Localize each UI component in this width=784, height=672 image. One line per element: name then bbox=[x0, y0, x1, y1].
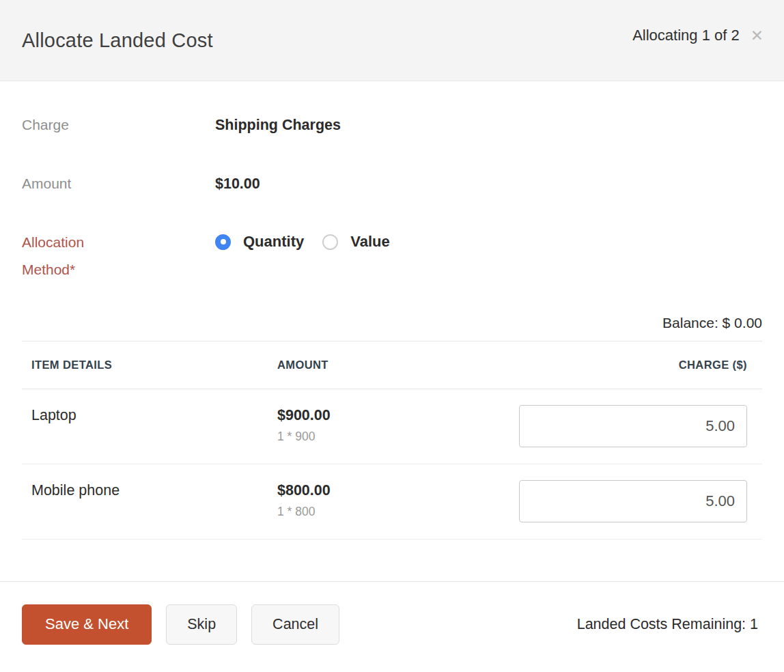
dialog-title: Allocate Landed Cost bbox=[22, 29, 213, 52]
item-name: Mobile phone bbox=[31, 482, 268, 499]
items-table: ITEM DETAILS AMOUNT CHARGE ($) Laptop $9… bbox=[22, 341, 762, 540]
skip-button[interactable]: Skip bbox=[166, 604, 237, 645]
radio-value-icon bbox=[322, 234, 338, 250]
charge-input-row-2[interactable] bbox=[519, 480, 747, 522]
amount-value: $10.00 bbox=[215, 174, 260, 194]
radio-option-quantity[interactable]: Quantity bbox=[215, 233, 304, 251]
cancel-button[interactable]: Cancel bbox=[251, 604, 339, 645]
allocation-method-row: Allocation Method* Quantity Value bbox=[22, 233, 762, 283]
allocation-method-label: Allocation Method* bbox=[22, 233, 215, 283]
radio-quantity-label: Quantity bbox=[243, 233, 304, 251]
charge-value: Shipping Charges bbox=[215, 115, 341, 135]
charge-label: Charge bbox=[22, 115, 215, 135]
header-charge: CHARGE ($) bbox=[500, 341, 762, 389]
dialog-header: Allocate Landed Cost Allocating 1 of 2 ✕ bbox=[0, 0, 784, 81]
header-item-details: ITEM DETAILS bbox=[22, 341, 268, 389]
radio-quantity-icon bbox=[215, 234, 231, 250]
save-next-button[interactable]: Save & Next bbox=[22, 604, 152, 645]
allocating-status: Allocating 1 of 2 bbox=[632, 27, 740, 44]
item-name: Laptop bbox=[31, 407, 268, 424]
radio-value-label: Value bbox=[350, 233, 389, 251]
landed-costs-remaining: Landed Costs Remaining: 1 bbox=[577, 616, 758, 633]
table-row: Mobile phone $800.00 1 * 800 bbox=[22, 464, 762, 539]
header-amount: AMOUNT bbox=[268, 341, 500, 389]
item-amount: $900.00 bbox=[277, 407, 500, 424]
footer-buttons: Save & Next Skip Cancel bbox=[22, 604, 339, 645]
close-icon[interactable]: ✕ bbox=[751, 28, 764, 44]
balance-text: Balance: $ 0.00 bbox=[22, 315, 762, 341]
radio-option-value[interactable]: Value bbox=[322, 233, 389, 251]
amount-row: Amount $10.00 bbox=[22, 174, 762, 194]
header-right-group: Allocating 1 of 2 ✕ bbox=[632, 27, 764, 44]
item-calculation: 1 * 900 bbox=[277, 430, 500, 444]
amount-label: Amount bbox=[22, 174, 215, 193]
charge-input-row-1[interactable] bbox=[519, 405, 747, 447]
dialog-footer: Save & Next Skip Cancel Landed Costs Rem… bbox=[0, 581, 784, 672]
table-row: Laptop $900.00 1 * 900 bbox=[22, 389, 762, 464]
allocate-landed-cost-dialog: Allocate Landed Cost Allocating 1 of 2 ✕… bbox=[0, 0, 784, 672]
item-amount: $800.00 bbox=[277, 482, 500, 499]
item-calculation: 1 * 800 bbox=[277, 505, 500, 519]
allocation-method-radio-group: Quantity Value bbox=[215, 233, 390, 251]
table-header-row: ITEM DETAILS AMOUNT CHARGE ($) bbox=[22, 341, 762, 389]
dialog-body: Charge Shipping Charges Amount $10.00 Al… bbox=[0, 81, 784, 581]
charge-row: Charge Shipping Charges bbox=[22, 115, 762, 135]
